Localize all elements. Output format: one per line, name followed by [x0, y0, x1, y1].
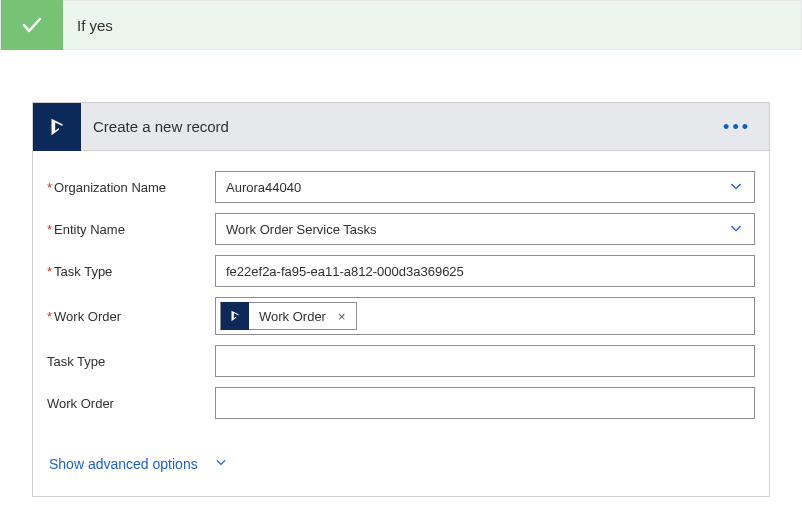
- field-label: Work Order: [47, 396, 215, 411]
- entity-name-dropdown[interactable]: Work Order Service Tasks: [215, 213, 755, 245]
- required-asterisk: *: [47, 222, 52, 237]
- chevron-down-icon: [206, 455, 228, 472]
- field-row-task-type: Task Type: [47, 345, 755, 377]
- label-text: Work Order: [54, 309, 121, 324]
- field-row-entity-name: *Entity Name Work Order Service Tasks: [47, 213, 755, 245]
- required-asterisk: *: [47, 309, 52, 324]
- field-label: Task Type: [47, 354, 215, 369]
- dynamics-icon: [221, 302, 249, 330]
- field-label: *Task Type: [47, 264, 215, 279]
- org-name-value: Aurora44040: [226, 180, 720, 195]
- condition-title: If yes: [63, 17, 113, 34]
- action-title: Create a new record: [81, 118, 229, 135]
- label-text: Task Type: [54, 264, 112, 279]
- chevron-down-icon: [720, 178, 744, 197]
- field-label: *Organization Name: [47, 180, 215, 195]
- task-type-value: fe22ef2a-fa95-ea11-a812-000d3a369625: [226, 264, 744, 279]
- action-header[interactable]: Create a new record •••: [33, 103, 769, 151]
- field-label: *Work Order: [47, 309, 215, 324]
- show-advanced-options-link[interactable]: Show advanced options: [47, 451, 230, 476]
- field-row-work-order-required: *Work Order Work Order ×: [47, 297, 755, 335]
- label-text: Task Type: [47, 354, 105, 369]
- label-text: Work Order: [47, 396, 114, 411]
- field-row-org-name: *Organization Name Aurora44040: [47, 171, 755, 203]
- action-body: *Organization Name Aurora44040 *Entity N…: [33, 151, 769, 496]
- required-asterisk: *: [47, 180, 52, 195]
- org-name-dropdown[interactable]: Aurora44040: [215, 171, 755, 203]
- work-order-token: Work Order ×: [220, 302, 357, 330]
- task-type-input-optional[interactable]: [215, 345, 755, 377]
- token-remove-button[interactable]: ×: [336, 309, 356, 324]
- action-card: Create a new record ••• *Organization Na…: [32, 102, 770, 497]
- advanced-label: Show advanced options: [49, 456, 198, 472]
- action-menu-button[interactable]: •••: [717, 114, 757, 140]
- label-text: Organization Name: [54, 180, 166, 195]
- field-row-task-type-required: *Task Type fe22ef2a-fa95-ea11-a812-000d3…: [47, 255, 755, 287]
- field-label: *Entity Name: [47, 222, 215, 237]
- task-type-input[interactable]: fe22ef2a-fa95-ea11-a812-000d3a369625: [215, 255, 755, 287]
- condition-header: If yes: [0, 0, 802, 50]
- field-row-work-order: Work Order: [47, 387, 755, 419]
- dynamics-icon: [33, 103, 81, 151]
- entity-name-value: Work Order Service Tasks: [226, 222, 720, 237]
- advanced-options-row: Show advanced options: [47, 429, 755, 496]
- token-label: Work Order: [249, 309, 336, 324]
- work-order-input-optional[interactable]: [215, 387, 755, 419]
- checkmark-icon: [1, 0, 63, 50]
- label-text: Entity Name: [54, 222, 125, 237]
- chevron-down-icon: [720, 220, 744, 239]
- required-asterisk: *: [47, 264, 52, 279]
- work-order-input[interactable]: Work Order ×: [215, 297, 755, 335]
